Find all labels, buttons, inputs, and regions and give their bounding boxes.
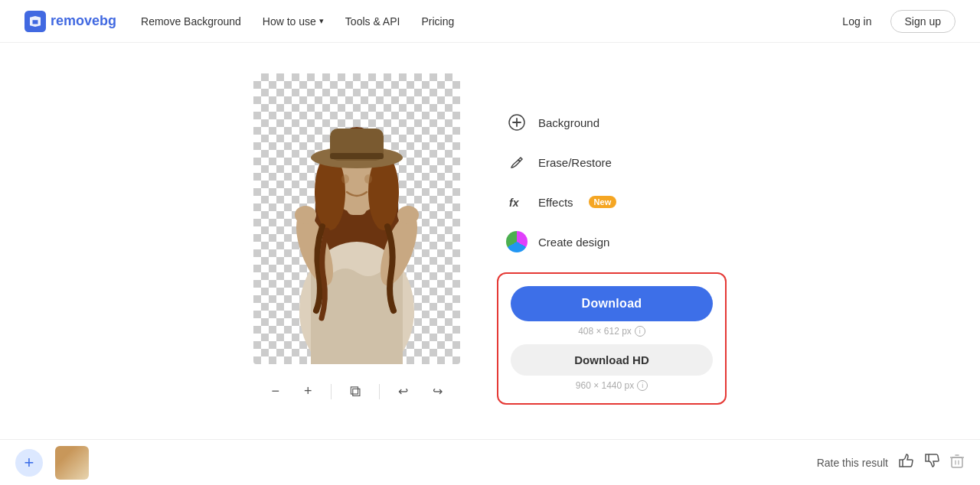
- nav-pricing[interactable]: Pricing: [421, 15, 454, 28]
- toolbar-separator-2: [379, 384, 380, 399]
- toolbar-separator-1: [331, 384, 332, 399]
- info-icon-free[interactable]: i: [635, 326, 645, 337]
- nav-how-to-use[interactable]: How to use ▾: [263, 15, 324, 28]
- download-size-label: 408 × 612 px i: [511, 326, 713, 337]
- main-content: − + ⧉ ↩ ↪ Background Erase/Restore: [0, 43, 980, 440]
- erase-restore-label: Erase/Restore: [538, 156, 612, 169]
- subject-image: [253, 73, 460, 364]
- zoom-out-button[interactable]: −: [265, 380, 286, 402]
- create-design-label: Create design: [538, 236, 609, 249]
- login-button[interactable]: Log in: [833, 11, 880, 32]
- plus-icon: [506, 112, 528, 133]
- info-icon-hd[interactable]: i: [637, 380, 648, 391]
- zoom-in-button[interactable]: +: [298, 380, 318, 402]
- signup-button[interactable]: Sign up: [890, 10, 956, 33]
- canvas-area: [253, 73, 460, 364]
- undo-button[interactable]: ↩: [392, 381, 414, 402]
- bottom-bar: + Rate this result: [0, 439, 980, 440]
- download-hd-size-label: 960 × 1440 px i: [511, 380, 713, 391]
- logo-icon: [24, 11, 46, 32]
- sidebar: Background Erase/Restore fx Effects New …: [497, 73, 727, 405]
- new-badge: New: [589, 196, 617, 208]
- svg-point-7: [397, 206, 419, 224]
- sidebar-item-effects[interactable]: fx Effects New: [497, 184, 727, 220]
- nav-tools-api[interactable]: Tools & API: [345, 15, 400, 28]
- navbar: removebg Remove Background How to use ▾ …: [0, 0, 980, 43]
- sidebar-item-background[interactable]: Background: [497, 104, 727, 141]
- redo-button[interactable]: ↪: [426, 381, 449, 402]
- sidebar-item-erase-restore[interactable]: Erase/Restore: [497, 144, 727, 181]
- svg-text:fx: fx: [509, 197, 520, 209]
- background-label: Background: [538, 116, 599, 129]
- logo-text: removebg: [51, 13, 116, 29]
- canva-icon: [506, 231, 528, 252]
- nav-remove-background[interactable]: Remove Background: [141, 15, 241, 28]
- chevron-down-icon: ▾: [319, 16, 324, 26]
- effects-label: Effects: [538, 196, 573, 209]
- sidebar-item-create-design[interactable]: Create design: [497, 223, 727, 260]
- svg-rect-14: [330, 153, 384, 159]
- toolbar: − + ⧉ ↩ ↪: [253, 373, 460, 409]
- svg-point-16: [364, 174, 372, 184]
- nav-links: Remove Background How to use ▾ Tools & A…: [141, 15, 833, 28]
- fx-icon: fx: [506, 191, 528, 213]
- download-button[interactable]: Download: [511, 286, 713, 321]
- brush-icon: [506, 151, 528, 173]
- download-box: Download 408 × 612 px i Download HD 960 …: [497, 272, 727, 405]
- logo[interactable]: removebg: [24, 11, 116, 32]
- svg-point-15: [341, 174, 349, 184]
- svg-point-6: [295, 206, 316, 224]
- nav-actions: Log in Sign up: [833, 10, 956, 33]
- image-panel: − + ⧉ ↩ ↪: [253, 73, 460, 409]
- compare-button[interactable]: ⧉: [344, 379, 367, 403]
- download-hd-button[interactable]: Download HD: [511, 344, 713, 376]
